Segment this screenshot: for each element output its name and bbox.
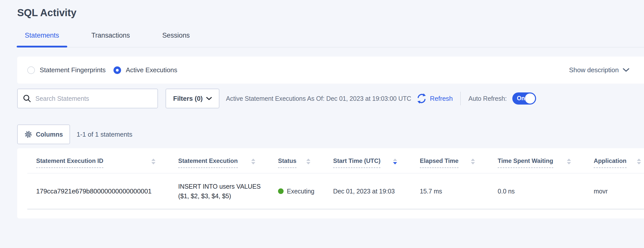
statement-execution-id-link[interactable]: 179cca7921e679b80000000000000001	[36, 187, 152, 195]
controls-row: Filters (0) Active Statement Executions …	[17, 89, 644, 108]
view-mode-card: Statement Fingerprints Active Executions…	[17, 57, 644, 84]
radio-selected-icon[interactable]	[113, 66, 121, 74]
vertical-divider	[460, 92, 461, 105]
tab-transactions[interactable]: Transactions	[83, 27, 138, 47]
chevron-down-icon	[623, 68, 629, 72]
sort-icon[interactable]	[306, 159, 310, 164]
radio-label: Statement Fingerprints	[40, 66, 106, 74]
toggle-knob	[525, 93, 535, 104]
table-header-row: Statement Execution ID Statement Executi…	[27, 148, 644, 173]
column-header-time-spent-waiting[interactable]: Time Spent Waiting	[489, 157, 585, 168]
auto-refresh-toggle[interactable]: On	[512, 92, 536, 105]
column-header-statement-execution-id[interactable]: Statement Execution ID	[27, 157, 169, 168]
column-label[interactable]: Status	[278, 157, 296, 168]
status-cell: Executing	[278, 188, 317, 195]
search-icon	[23, 94, 31, 103]
statements-table-card: Statement Execution ID Statement Executi…	[17, 148, 644, 218]
sort-icon-active-desc[interactable]	[393, 159, 397, 164]
table-row: 179cca7921e679b80000000000000001 INSERT …	[27, 173, 644, 209]
column-label[interactable]: Start Time (UTC)	[333, 157, 380, 168]
status-dot-icon	[278, 188, 284, 194]
page-title: SQL Activity	[17, 7, 644, 18]
search-input[interactable]	[35, 95, 152, 102]
result-count: 1-1 of 1 statements	[77, 131, 132, 138]
chevron-down-icon	[206, 97, 212, 100]
status-label: Executing	[287, 188, 314, 195]
column-label[interactable]: Statement Execution	[178, 157, 238, 168]
radio-label: Active Executions	[126, 66, 177, 74]
as-of-text: Active Statement Executions As Of: Dec 0…	[226, 95, 411, 102]
tab-sessions[interactable]: Sessions	[154, 27, 198, 47]
sort-icon[interactable]	[251, 159, 255, 164]
search-box[interactable]	[17, 89, 158, 108]
statements-table: Statement Execution ID Statement Executi…	[27, 148, 644, 209]
radio-active-executions[interactable]: Active Executions	[113, 66, 177, 74]
column-header-start-time[interactable]: Start Time (UTC)	[324, 157, 411, 168]
column-label[interactable]: Application	[594, 157, 627, 168]
column-label[interactable]: Elapsed Time	[420, 157, 458, 168]
refresh-icon	[416, 93, 427, 104]
columns-button[interactable]: Columns	[17, 125, 70, 144]
column-header-statement-execution[interactable]: Statement Execution	[169, 157, 269, 168]
toggle-state-label: On	[517, 95, 525, 102]
tab-bar: Statements Transactions Sessions	[17, 27, 644, 47]
show-description-label: Show description	[569, 66, 619, 74]
columns-label: Columns	[36, 131, 63, 138]
table-toolbar: Columns 1-1 of 1 statements	[17, 125, 644, 144]
sort-icon[interactable]	[567, 159, 571, 164]
column-label[interactable]: Statement Execution ID	[36, 157, 103, 168]
filters-label: Filters (0)	[173, 95, 203, 103]
start-time-cell: Dec 01, 2023 at 19:03	[324, 173, 411, 209]
sort-icon[interactable]	[151, 159, 155, 164]
auto-refresh-label: Auto Refresh:	[468, 95, 507, 102]
filters-button[interactable]: Filters (0)	[166, 89, 219, 108]
sort-icon[interactable]	[637, 159, 641, 164]
tab-statements[interactable]: Statements	[17, 27, 67, 47]
sort-icon[interactable]	[471, 159, 475, 164]
radio-statement-fingerprints[interactable]: Statement Fingerprints	[27, 66, 106, 74]
elapsed-time-cell: 15.7 ms	[411, 173, 489, 209]
application-cell: movr	[585, 173, 644, 209]
column-header-status[interactable]: Status	[269, 157, 324, 168]
gear-icon	[24, 130, 32, 138]
refresh-button[interactable]: Refresh	[416, 93, 453, 104]
radio-unselected-icon[interactable]	[27, 66, 35, 74]
statement-text: INSERT INTO users VALUES ($1, $2, $3, $4…	[178, 182, 262, 201]
column-label[interactable]: Time Spent Waiting	[498, 157, 553, 168]
column-header-elapsed-time[interactable]: Elapsed Time	[411, 157, 489, 168]
refresh-label: Refresh	[430, 95, 453, 103]
show-description-button[interactable]: Show description	[569, 66, 629, 74]
time-spent-waiting-cell: 0.0 ns	[489, 173, 585, 209]
column-header-application[interactable]: Application	[585, 157, 644, 168]
